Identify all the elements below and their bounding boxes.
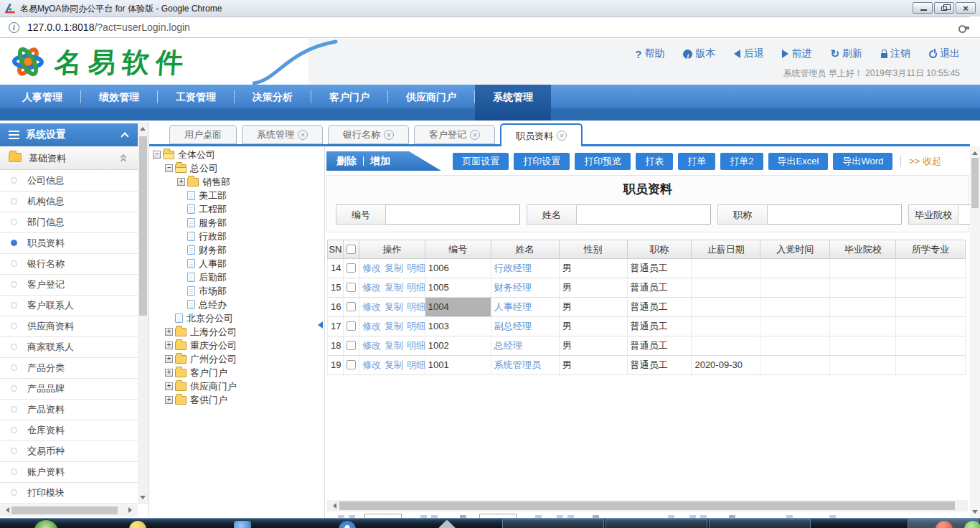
address-bar[interactable]: 127.0.0.1:8018/?act=userLogin.login (0, 18, 980, 38)
taskbar-app-icon[interactable] (129, 521, 146, 528)
taskbar-button[interactable] (709, 519, 811, 528)
toolbar-button-7[interactable]: 导出Word (833, 153, 892, 170)
close-icon[interactable]: × (384, 130, 394, 140)
search-input-0[interactable] (386, 204, 520, 225)
tree-node[interactable]: −总公司 (149, 161, 324, 175)
tree-node[interactable]: 市场部 (149, 284, 324, 298)
quick-link-power[interactable]: 退出 (929, 47, 960, 60)
tab-3[interactable]: 客户登记× (414, 125, 495, 144)
expand-icon[interactable]: + (165, 396, 173, 404)
tree-node[interactable]: 后勤部 (149, 270, 324, 284)
toolbar-button-4[interactable]: 打单 (678, 153, 715, 170)
tree-node[interactable]: +供应商门户 (149, 380, 324, 393)
row-checkbox[interactable] (347, 360, 356, 369)
quick-link-forward[interactable]: 前进 (782, 47, 811, 60)
sidebar-item-4[interactable]: 银行名称 (0, 254, 138, 275)
expand-icon[interactable]: + (165, 328, 173, 336)
row-checkbox[interactable] (347, 263, 356, 273)
sidebar-item-2[interactable]: 部门信息 (0, 212, 138, 233)
tree-node[interactable]: +客供门户 (149, 393, 324, 407)
expand-icon[interactable]: + (165, 369, 173, 377)
sidebar-item-5[interactable]: 客户登记 (0, 275, 138, 296)
quick-link-help[interactable]: 帮助 (635, 47, 664, 60)
nav-scroll-button[interactable] (969, 16, 980, 35)
tree-node[interactable]: 人事部 (149, 257, 324, 270)
search-input-1[interactable] (577, 204, 711, 225)
employee-name-link[interactable]: 财务经理 (494, 282, 532, 293)
taskbar-app-icon[interactable] (438, 519, 456, 528)
scrollbar-thumb[interactable] (11, 506, 118, 514)
sidebar-item-0[interactable]: 公司信息 (0, 171, 138, 192)
sidebar-item-14[interactable]: 账户资料 (0, 462, 138, 483)
table-row-0[interactable]: 14修改复制明细1006行政经理男普通员工 (327, 259, 966, 278)
tree-node[interactable]: +客户门户 (149, 366, 324, 380)
collapse-toolbar-link[interactable]: >> 收起 (909, 155, 941, 168)
table-row-3[interactable]: 17修改复制明细1003副总经理男普通员工 (327, 317, 966, 336)
search-input-2[interactable] (768, 204, 902, 225)
start-button[interactable] (33, 519, 59, 528)
nav-item-5[interactable]: 供应商门户 (388, 85, 474, 109)
collapse-icon[interactable]: − (153, 151, 161, 159)
add-button[interactable]: 增加 (370, 155, 390, 166)
employee-name-link[interactable]: 副总经理 (494, 321, 532, 331)
delete-button[interactable]: 删除 (336, 155, 357, 166)
row-checkbox[interactable] (347, 302, 356, 311)
tree-node[interactable]: +上海分公司 (149, 325, 324, 339)
tree-node[interactable]: 服务部 (149, 216, 324, 230)
tree-node[interactable]: +广州分公司 (149, 352, 324, 366)
detail-link[interactable]: 明细 (407, 359, 425, 370)
taskbar-button[interactable] (606, 519, 707, 528)
close-icon[interactable]: × (298, 130, 308, 140)
quick-link-info[interactable]: 版本 (683, 47, 715, 60)
copy-link[interactable]: 复制 (385, 301, 403, 312)
detail-link[interactable]: 明细 (407, 263, 425, 273)
copy-link[interactable]: 复制 (385, 263, 403, 273)
windows-taskbar[interactable] (0, 518, 980, 528)
tree-node[interactable]: −全体公司 (149, 148, 324, 161)
tab-2[interactable]: 银行名称× (328, 125, 409, 144)
taskbar-button[interactable] (502, 519, 604, 528)
grid-horizontal-scrollbar[interactable] (327, 500, 968, 512)
sidebar-vertical-scrollbar[interactable] (138, 122, 149, 504)
detail-link[interactable]: 明细 (407, 321, 425, 331)
sidebar-group-basics[interactable]: 基础资料 (0, 146, 138, 170)
copy-link[interactable]: 复制 (385, 340, 403, 351)
tab-1[interactable]: 系统管理× (242, 125, 323, 144)
row-checkbox[interactable] (347, 341, 356, 350)
sidebar-horizontal-scrollbar[interactable] (0, 504, 138, 517)
nav-item-3[interactable]: 决策分析 (235, 85, 311, 109)
detail-link[interactable]: 明细 (407, 340, 425, 351)
quick-link-back[interactable]: 后退 (734, 47, 763, 60)
table-row-1[interactable]: 15修改复制明细1005财务经理男普通员工 (327, 278, 966, 298)
taskbar-app-icon[interactable] (339, 521, 356, 528)
scrollbar-thumb[interactable] (339, 501, 955, 510)
restore-button[interactable] (934, 2, 954, 14)
nav-item-1[interactable]: 绩效管理 (81, 85, 157, 109)
toolbar-button-1[interactable]: 打印设置 (514, 153, 570, 170)
page-info-icon[interactable] (9, 22, 19, 33)
nav-item-0[interactable]: 人事管理 (4, 85, 80, 109)
sidebar-item-10[interactable]: 产品品牌 (0, 379, 138, 400)
minimize-button[interactable] (913, 2, 933, 14)
tree-collapse-handle[interactable] (318, 321, 323, 329)
edit-link[interactable]: 修改 (362, 301, 381, 312)
table-row-2[interactable]: 16修改复制明细1004人事经理男普通员工 (327, 298, 966, 317)
expand-icon[interactable]: + (165, 355, 173, 363)
toolbar-button-6[interactable]: 导出Excel (768, 153, 829, 170)
detail-link[interactable]: 明细 (407, 282, 425, 293)
toolbar-button-5[interactable]: 打单2 (720, 153, 763, 170)
employee-name-link[interactable]: 系统管理员 (494, 359, 541, 370)
tab-4[interactable]: 职员资料× (500, 123, 583, 146)
sidebar-header[interactable]: 系统设置 (0, 123, 138, 146)
row-checkbox[interactable] (347, 283, 356, 292)
key-icon[interactable] (958, 24, 970, 31)
url-text[interactable]: 127.0.0.1:8018/?act=userLogin.login (27, 22, 190, 33)
tree-node[interactable]: 财务部 (149, 243, 324, 257)
expand-icon[interactable]: + (165, 341, 173, 349)
row-checkbox[interactable] (347, 321, 356, 331)
close-button[interactable] (956, 2, 976, 14)
detail-link[interactable]: 明细 (407, 301, 425, 312)
tree-node[interactable]: 美工部 (149, 189, 324, 202)
expand-icon[interactable]: + (165, 382, 173, 390)
edit-link[interactable]: 修改 (362, 282, 381, 293)
